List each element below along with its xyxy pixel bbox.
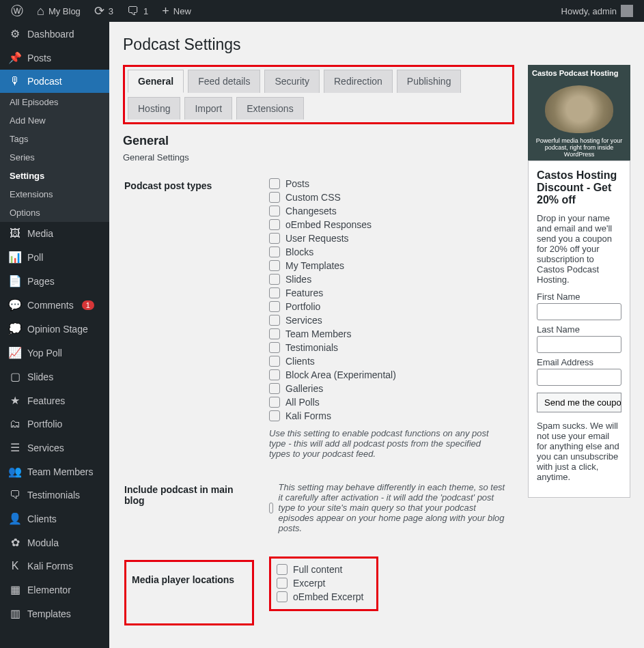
tab-redirection[interactable]: Redirection [324,70,393,93]
tab-publishing[interactable]: Publishing [397,70,462,93]
wp-logo[interactable]: ⓦ [5,3,29,19]
menu-icon: ▦ [8,583,22,596]
tab-extensions[interactable]: Extensions [236,97,303,119]
media-locations-label: Media player locations [132,574,234,585]
menu-item-dashboard[interactable]: ⚙Dashboard [0,22,109,46]
menu-item-kali-forms[interactable]: KKali Forms [0,554,109,578]
post-type-label: Services [285,315,322,326]
post-type-label: Custom CSS [285,192,341,203]
post-type-checkbox[interactable] [269,246,280,257]
include-description: This setting may behave differently in e… [279,482,506,533]
submenu-item-settings[interactable]: Settings [0,167,109,185]
discount-heading: Castos Hosting Discount - Get 20% off [537,169,621,206]
submenu-item-all-episodes[interactable]: All Episodes [0,93,109,111]
post-type-checkbox[interactable] [269,328,280,339]
comments-count: 1 [143,6,148,16]
menu-badge: 1 [82,300,94,310]
menu-item-services[interactable]: ☰Services [0,436,109,460]
comments-link[interactable]: 🗨1 [122,4,154,18]
post-type-checkbox[interactable] [269,356,280,367]
menu-item-posts[interactable]: 📌Posts [0,46,109,70]
new-content-link[interactable]: +New [156,4,197,18]
menu-item-opinion-stage[interactable]: 💭Opinion Stage [0,317,109,341]
menu-item-comments[interactable]: 💬Comments1 [0,293,109,317]
menu-label: Yop Poll [27,348,62,358]
post-types-description: Use this setting to enable podcast funct… [269,428,501,459]
menu-item-portfolio[interactable]: 🗂Portfolio [0,412,109,436]
submenu-item-series[interactable]: Series [0,148,109,167]
plus-icon: + [162,4,169,18]
submenu-item-tags[interactable]: Tags [0,130,109,148]
menu-icon: 🖼 [8,227,22,240]
menu-item-podcast[interactable]: 🎙Podcast [0,70,109,93]
tab-general[interactable]: General [128,70,184,93]
post-type-label: Clients [285,356,315,367]
post-type-checkbox[interactable] [269,397,280,408]
post-type-checkbox[interactable] [269,315,280,326]
post-type-checkbox[interactable] [269,192,280,203]
last-name-input[interactable] [537,336,621,353]
menu-item-poll[interactable]: 📊Poll [0,245,109,269]
first-name-input[interactable] [537,303,621,320]
menu-item-features[interactable]: ★Features [0,389,109,412]
tab-security[interactable]: Security [264,70,320,93]
tab-hosting[interactable]: Hosting [128,97,180,119]
menu-item-media[interactable]: 🖼Media [0,222,109,245]
spam-notice: Spam sucks. We will not use your email f… [537,421,621,482]
post-type-checkbox[interactable] [269,206,280,216]
submenu-item-add-new[interactable]: Add New [0,111,109,130]
update-icon: ⟳ [94,3,104,18]
menu-icon: ▢ [8,370,22,383]
post-type-row: Features [269,286,506,300]
post-type-checkbox[interactable] [269,342,280,353]
post-type-checkbox[interactable] [269,178,280,189]
post-type-label: My Templates [285,260,344,271]
section-heading: General [123,134,514,148]
post-type-checkbox[interactable] [269,260,280,271]
menu-item-testimonials[interactable]: 🗨Testimonials [0,483,109,507]
post-type-checkbox[interactable] [269,410,280,421]
menu-item-modula[interactable]: ✿Modula [0,531,109,554]
menu-item-pages[interactable]: 📄Pages [0,269,109,293]
updates-link[interactable]: ⟳3 [89,3,119,18]
submenu-item-options[interactable]: Options [0,203,109,222]
post-type-checkbox[interactable] [269,233,280,244]
send-coupon-button[interactable]: Send me the coupon [537,393,621,412]
menu-label: Media [27,228,53,239]
media-location-row: Full content [277,563,371,576]
castos-discount-box: Castos Hosting Discount - Get 20% off Dr… [528,160,630,498]
howdy-text: Howdy, admin [561,6,617,16]
menu-label: Kali Forms [27,561,73,572]
email-input[interactable] [537,369,621,386]
site-name-link[interactable]: ⌂My Blog [31,4,86,18]
tab-import[interactable]: Import [184,97,232,119]
media-location-checkbox[interactable] [277,578,288,589]
post-type-label: Galleries [285,383,323,394]
menu-item-clients[interactable]: 👤Clients [0,507,109,531]
post-type-checkbox[interactable] [269,383,280,394]
menu-icon: ★ [8,394,22,407]
media-location-checkbox[interactable] [277,564,288,575]
media-location-label: oEmbed Excerpt [293,591,364,602]
post-type-checkbox[interactable] [269,274,280,285]
menu-item-elementor[interactable]: ▦Elementor [0,578,109,602]
post-type-checkbox[interactable] [269,287,280,298]
media-location-checkbox[interactable] [277,591,288,602]
castos-promo-image: Castos Podcast Hosting Powerful media ho… [528,65,630,160]
tab-feed-details[interactable]: Feed details [188,70,260,93]
submenu-item-extensions[interactable]: Extensions [0,185,109,203]
post-type-checkbox[interactable] [269,301,280,312]
post-type-checkbox[interactable] [269,219,280,230]
menu-label: Modula [27,537,59,548]
howdy-link[interactable]: Howdy, admin [556,5,639,17]
post-type-row: Kali Forms [269,409,506,423]
post-type-checkbox[interactable] [269,369,280,380]
menu-item-yop-poll[interactable]: 📈Yop Poll [0,341,109,365]
menu-item-templates[interactable]: ▥Templates [0,602,109,625]
updates-count: 3 [109,6,113,16]
menu-item-slides[interactable]: ▢Slides [0,365,109,389]
menu-item-team-members[interactable]: 👥Team Members [0,460,109,483]
media-location-label: Full content [293,564,342,575]
include-checkbox[interactable] [269,503,273,513]
post-type-label: oEmbed Responses [285,219,372,230]
